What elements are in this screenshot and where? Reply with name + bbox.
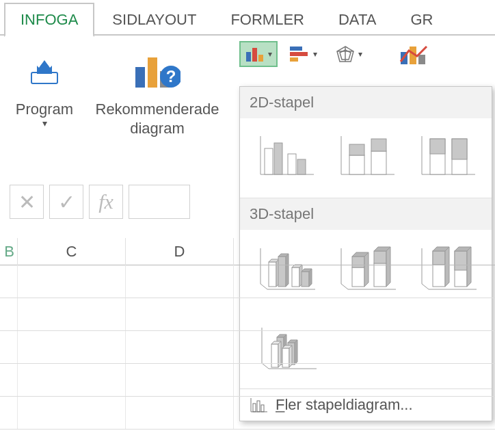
chevron-down-icon: ▾ xyxy=(358,49,362,59)
recommended-charts-button[interactable]: ? Rekommenderade diagram xyxy=(89,48,226,137)
accept-edit-button[interactable]: ✓ xyxy=(49,185,83,219)
recommended-charts-icon: ? xyxy=(134,48,180,96)
combo-chart-icon xyxy=(399,42,432,66)
svg-rect-30 xyxy=(371,151,386,174)
formula-bar: ✕ ✓ fx xyxy=(10,185,190,219)
apps-icon xyxy=(29,48,60,96)
recommended-charts-label-2: diagram xyxy=(130,119,184,138)
svg-rect-12 xyxy=(290,57,298,62)
insert-function-button[interactable]: fx xyxy=(89,185,123,219)
svg-rect-28 xyxy=(349,155,364,174)
col-letter: B xyxy=(4,243,14,261)
tab-label: GR xyxy=(410,11,433,28)
svg-rect-22 xyxy=(265,148,273,174)
column-chart-icon xyxy=(245,45,265,63)
svg-rect-2 xyxy=(135,67,145,88)
check-icon: ✓ xyxy=(58,190,75,214)
svg-rect-24 xyxy=(288,154,296,174)
tab-label: DATA xyxy=(338,11,376,28)
formula-input[interactable] xyxy=(129,185,190,219)
grid-row xyxy=(0,265,495,298)
svg-rect-0 xyxy=(31,73,57,83)
insert-radar-chart-button[interactable]: ▾ xyxy=(330,41,368,67)
sheet-grid[interactable] xyxy=(0,265,495,448)
svg-rect-7 xyxy=(246,52,251,62)
svg-rect-9 xyxy=(258,55,263,62)
insert-column-chart-button[interactable]: ▾ xyxy=(239,41,278,67)
chart-2d-clustered-column[interactable] xyxy=(255,131,318,183)
svg-rect-8 xyxy=(252,48,257,62)
grid-row xyxy=(0,397,495,430)
tab-granska-cut[interactable]: GR xyxy=(394,3,449,36)
chart-2d-100stacked-column[interactable] xyxy=(416,131,479,183)
tab-label: FORMLER xyxy=(230,11,304,28)
svg-rect-23 xyxy=(274,143,282,174)
svg-rect-3 xyxy=(148,57,157,88)
dropdown-section-2d: 2D-stapel xyxy=(240,87,492,118)
recommended-charts-label-1: Rekommenderade xyxy=(96,100,219,119)
insert-combo-chart-button[interactable] xyxy=(394,38,438,70)
svg-rect-10 xyxy=(290,47,302,51)
tab-sidlayout[interactable]: SIDLAYOUT xyxy=(96,3,213,36)
tab-data[interactable]: DATA xyxy=(322,3,392,36)
column-header-edge[interactable]: B xyxy=(0,238,18,265)
grid-row xyxy=(0,298,495,331)
col-letter: D xyxy=(174,243,185,261)
chart-2d-stacked-column[interactable] xyxy=(336,131,399,183)
svg-rect-31 xyxy=(371,139,386,151)
svg-rect-35 xyxy=(430,139,445,154)
cancel-edit-button[interactable]: ✕ xyxy=(10,185,44,219)
chevron-down-icon: ▾ xyxy=(42,118,47,129)
svg-point-1 xyxy=(40,64,49,73)
ribbon-tabstrip: INFOGA SIDLAYOUT FORMLER DATA GR xyxy=(0,0,495,36)
x-icon: ✕ xyxy=(18,190,36,214)
svg-rect-29 xyxy=(349,144,364,155)
tab-label: SIDLAYOUT xyxy=(112,11,196,28)
tab-infoga[interactable]: INFOGA xyxy=(4,3,94,37)
insert-bar-chart-button[interactable]: ▾ xyxy=(284,41,323,67)
svg-text:?: ? xyxy=(166,67,176,85)
column-header-row: B C D xyxy=(0,238,495,265)
sheet-area: ✕ ✓ fx B C D xyxy=(0,185,495,448)
chevron-down-icon: ▾ xyxy=(313,49,317,59)
svg-rect-19 xyxy=(418,55,425,64)
tab-label: INFOGA xyxy=(21,11,78,28)
chevron-down-icon: ▾ xyxy=(268,49,272,59)
grid-row xyxy=(0,331,495,364)
radar-chart-icon xyxy=(335,45,356,63)
tab-formler[interactable]: FORMLER xyxy=(214,3,321,36)
column-header-C[interactable]: C xyxy=(18,238,126,265)
svg-rect-25 xyxy=(297,159,306,174)
grid-row xyxy=(0,364,495,397)
svg-rect-37 xyxy=(452,139,467,159)
column-header-D[interactable]: D xyxy=(126,238,234,265)
svg-rect-11 xyxy=(290,52,308,56)
apps-label: Program xyxy=(16,100,73,119)
apps-button[interactable]: Program ▾ xyxy=(0,48,89,129)
bar-chart-icon xyxy=(290,45,310,63)
fx-icon: fx xyxy=(98,190,113,213)
col-letter: C xyxy=(66,243,77,261)
section-label: 2D-stapel xyxy=(250,94,314,111)
